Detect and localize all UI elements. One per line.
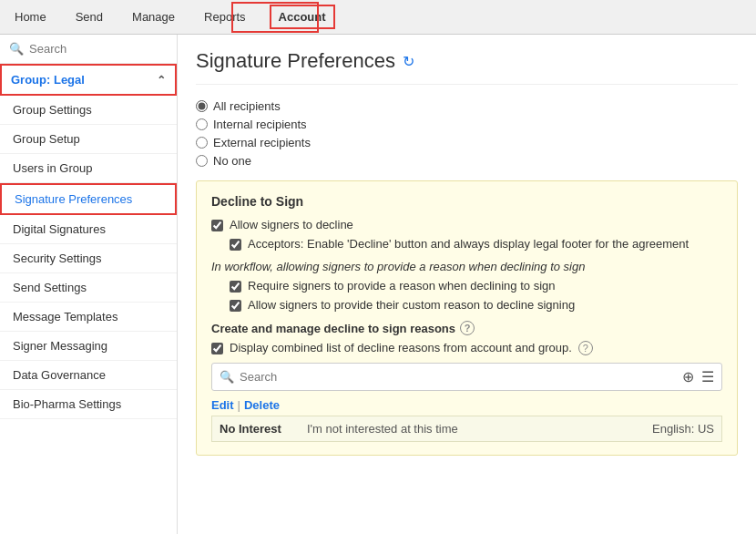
add-icon[interactable]: ⊕ (682, 368, 694, 385)
require-reason-label: Require signers to provide a reason when… (248, 279, 555, 293)
search-actions: ⊕ ☰ (682, 368, 714, 385)
radio-external-recipients-label: External recipients (213, 136, 311, 149)
group-label: Group: Legal (11, 73, 85, 87)
nav-home[interactable]: Home (9, 3, 52, 31)
custom-reason-checkbox[interactable] (230, 300, 241, 312)
decline-search-bar: 🔍 ⊕ ☰ (211, 363, 722, 391)
chevron-up-icon: ⌃ (157, 74, 166, 87)
display-combined-label: Display combined list of decline reasons… (230, 341, 572, 354)
radio-internal-recipients-label: Internal recipients (213, 118, 307, 131)
acceptors-checkbox[interactable] (230, 239, 241, 251)
sidebar-item-digital-signatures[interactable]: Digital Signatures (0, 215, 177, 244)
page-title: Signature Preferences (196, 49, 395, 73)
display-combined-row[interactable]: Display combined list of decline reasons… (211, 341, 722, 355)
delete-link[interactable]: Delete (244, 398, 280, 412)
result-row: No Interest I'm not interested at this t… (211, 416, 722, 442)
sidebar-item-group-setup[interactable]: Group Setup (0, 125, 177, 154)
result-description: I'm not interested at this time (307, 422, 638, 436)
nav-reports[interactable]: Reports (199, 3, 251, 31)
separator: | (238, 398, 240, 412)
acceptors-label: Acceptors: Enable 'Decline' button and a… (248, 237, 689, 251)
edit-link[interactable]: Edit (211, 398, 234, 412)
decline-search-input[interactable] (240, 370, 682, 384)
sidebar: 🔍 Group: Legal ⌃ Group Settings Group Se… (0, 35, 178, 534)
manage-title-row: Create and manage decline to sign reason… (211, 321, 722, 335)
sidebar-item-send-settings[interactable]: Send Settings (0, 273, 177, 303)
custom-reason-label: Allow signers to provide their custom re… (248, 298, 575, 312)
allow-signers-checkbox-row[interactable]: Allow signers to decline (211, 218, 722, 231)
nav-manage[interactable]: Manage (127, 3, 180, 31)
radio-no-one[interactable]: No one (196, 154, 738, 168)
radio-no-one-label: No one (213, 154, 251, 168)
top-navigation: Home Send Manage Reports Account (0, 0, 756, 35)
workflow-title: In workflow, allowing signers to provide… (211, 260, 722, 273)
recipient-radio-group: All recipients Internal recipients Exter… (196, 99, 738, 168)
workflow-item-1[interactable]: Allow signers to provide their custom re… (230, 298, 722, 312)
workflow-item-0[interactable]: Require signers to provide a reason when… (230, 279, 722, 293)
sidebar-item-signer-messaging[interactable]: Signer Messaging (0, 332, 177, 361)
nav-account[interactable]: Account (270, 5, 335, 29)
sidebar-item-users-in-group[interactable]: Users in Group (0, 154, 177, 183)
sidebar-search-input[interactable] (29, 42, 168, 56)
main-layout: 🔍 Group: Legal ⌃ Group Settings Group Se… (0, 35, 756, 534)
workflow-sub-section: In workflow, allowing signers to provide… (211, 260, 722, 312)
manage-title-text: Create and manage decline to sign reason… (211, 322, 455, 335)
decline-section: Decline to Sign Allow signers to decline… (196, 180, 738, 456)
allow-signers-checkbox[interactable] (211, 220, 223, 231)
require-reason-checkbox[interactable] (230, 281, 241, 293)
radio-internal-recipients[interactable]: Internal recipients (196, 118, 738, 131)
result-label: No Interest (220, 422, 292, 436)
menu-icon[interactable]: ☰ (701, 368, 714, 385)
sidebar-item-group-settings[interactable]: Group Settings (0, 96, 177, 125)
acceptors-checkbox-row[interactable]: Acceptors: Enable 'Decline' button and a… (230, 237, 722, 251)
sidebar-item-security-settings[interactable]: Security Settings (0, 244, 177, 273)
sidebar-search-container: 🔍 (0, 35, 177, 64)
content-area: Signature Preferences ↻ All recipients I… (178, 35, 756, 534)
display-combined-checkbox[interactable] (211, 343, 223, 354)
radio-all-recipients-label: All recipients (213, 99, 281, 113)
nav-send[interactable]: Send (70, 3, 108, 31)
radio-external-recipients[interactable]: External recipients (196, 136, 738, 149)
sidebar-item-signature-preferences[interactable]: Signature Preferences (0, 183, 177, 215)
allow-signers-label: Allow signers to decline (230, 218, 353, 231)
decline-section-title: Decline to Sign (211, 194, 722, 209)
radio-all-recipients[interactable]: All recipients (196, 99, 738, 113)
result-language: English: US (652, 422, 714, 436)
edit-delete-row: Edit | Delete (211, 398, 722, 412)
search-icon: 🔍 (9, 42, 24, 56)
sidebar-item-data-governance[interactable]: Data Governance (0, 361, 177, 390)
group-header[interactable]: Group: Legal ⌃ (0, 64, 177, 96)
display-combined-help-icon[interactable]: ? (578, 341, 593, 355)
sidebar-item-bio-pharma[interactable]: Bio-Pharma Settings (0, 390, 177, 419)
refresh-icon[interactable]: ↻ (403, 53, 414, 70)
decline-search-icon: 🔍 (220, 370, 234, 384)
help-icon[interactable]: ? (460, 321, 475, 335)
page-title-bar: Signature Preferences ↻ (196, 49, 738, 85)
sidebar-item-message-templates[interactable]: Message Templates (0, 303, 177, 332)
